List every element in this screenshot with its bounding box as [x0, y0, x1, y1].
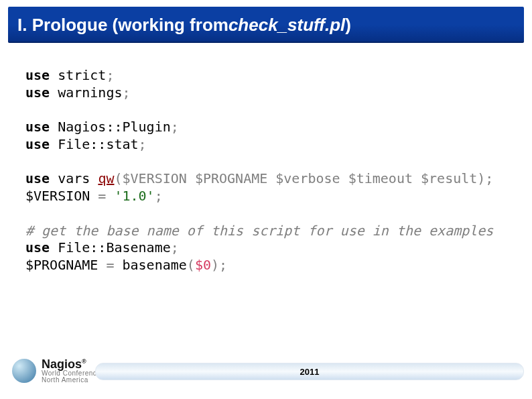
code-line: use warnings; — [25, 84, 507, 102]
code-op: ; — [123, 84, 131, 101]
code-ident: strict — [50, 67, 106, 83]
code-keyword: use — [25, 170, 50, 186]
code-line: use Nagios::Plugin; — [25, 119, 507, 136]
code-paren: ( — [187, 257, 195, 273]
logo-brand: Nagios® — [42, 358, 101, 370]
footer: Nagios® World Conference North America 2… — [8, 355, 524, 387]
title-prefix: I. Prologue (working from — [17, 15, 228, 36]
globe-icon — [12, 359, 36, 383]
title-suffix: ) — [345, 15, 351, 36]
code-op: = — [98, 257, 122, 273]
code-op: ; — [155, 188, 163, 204]
code-op: ; — [171, 239, 179, 255]
logo-text: Nagios® World Conference North America — [42, 358, 101, 384]
footer-bar: 2011 — [95, 363, 524, 380]
code-ident: basename — [123, 257, 187, 273]
code-op: ; — [219, 257, 227, 273]
code-ident: vars — [50, 170, 98, 186]
code-line: use vars qw($VERSION $PROGNAME $verbose … — [25, 170, 507, 188]
code-op: ; — [139, 136, 147, 152]
slide: I. Prologue (working from check_stuff.pl… — [0, 0, 532, 399]
logo-region: North America — [42, 377, 101, 384]
code-string: '1.0' — [114, 188, 154, 204]
code-comment: # get the base name of this script for u… — [25, 223, 493, 239]
code-op: ; — [106, 67, 114, 83]
code-var: $PROGNAME — [25, 257, 98, 273]
code-keyword: use — [25, 136, 50, 152]
code-keyword: use — [25, 67, 50, 83]
code-ident: File::stat — [50, 136, 138, 152]
code-var: $VERSION — [25, 188, 90, 204]
code-line: $PROGNAME = basename($0); — [25, 257, 507, 274]
code-ident: File::Basename — [50, 239, 171, 255]
code-keyword: use — [25, 84, 50, 101]
blank-line — [25, 205, 507, 223]
code-ident: warnings — [50, 84, 122, 101]
title-filename: check_stuff.pl — [228, 15, 345, 36]
footer-year: 2011 — [300, 367, 320, 377]
code-block: use strict; use warnings; use Nagios::Pl… — [25, 67, 507, 274]
code-keyword: use — [25, 119, 50, 135]
code-args: ($VERSION $PROGNAME $verbose $timeout $r… — [114, 170, 485, 186]
code-op: ; — [171, 119, 179, 135]
blank-line — [25, 153, 507, 170]
blank-line — [25, 101, 507, 119]
code-ident: Nagios::Plugin — [50, 119, 171, 135]
nagios-logo: Nagios® World Conference North America — [12, 358, 101, 384]
code-line: use File::stat; — [25, 136, 507, 154]
slide-title-bar: I. Prologue (working from check_stuff.pl… — [8, 7, 524, 43]
code-arg: $0 — [195, 257, 211, 273]
code-op: = — [90, 188, 114, 204]
code-line: $VERSION = '1.0'; — [25, 188, 507, 205]
code-paren: ) — [211, 257, 219, 273]
code-line: use File::Basename; — [25, 239, 507, 257]
code-func: qw — [98, 170, 114, 186]
code-keyword: use — [25, 239, 50, 255]
code-line: # get the base name of this script for u… — [25, 223, 507, 240]
code-op: ; — [485, 170, 493, 186]
code-line: use strict; — [25, 67, 507, 84]
